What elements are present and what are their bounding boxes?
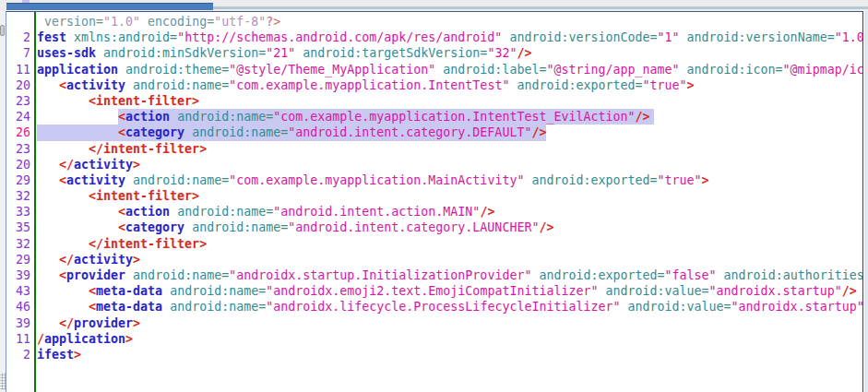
code-row: </activity> — [36, 252, 862, 267]
tag-name: action — [125, 205, 170, 219]
code-line-text: uses-sdk android:minSdkVersion="21" andr… — [37, 46, 531, 60]
attribute-value: "com.example.myapplication.IntentTest" — [229, 78, 509, 92]
tag-name: uses-sdk — [37, 46, 96, 60]
code-line-text: application android:theme="@style/Theme_… — [37, 63, 862, 77]
code-row: <meta-data android:name="androidx.emoji2… — [36, 283, 862, 299]
attribute-name: android:targetSdkVersion= — [303, 46, 487, 60]
code-row: version="1.0" encoding="utf-8"?> — [36, 14, 862, 30]
attribute-value: "true" — [658, 173, 702, 187]
tag-bracket: /> — [517, 46, 531, 60]
code-line-text: <action android:name="com.example.myappl… — [37, 110, 650, 124]
code-text — [37, 284, 89, 298]
code-row: <provider android:name="androidx.startup… — [36, 267, 862, 283]
tag-bracket: < — [118, 220, 125, 234]
code-text — [170, 205, 177, 219]
pi-value: "1.0" — [103, 15, 140, 29]
tag-name: meta-data — [96, 300, 162, 314]
horizontal-scrollbar[interactable] — [0, 0, 868, 11]
code-row: <action android:name="android.intent.act… — [36, 204, 862, 220]
code-text — [37, 15, 44, 29]
tag-name: action — [125, 110, 170, 124]
attribute-name: android:name= — [177, 205, 273, 219]
line-number: 29 — [6, 252, 34, 267]
code-row: /application> — [36, 331, 862, 347]
line-number: 24 — [6, 109, 34, 125]
horizontal-scrollbar-thumb[interactable] — [6, 3, 213, 10]
tag-name: fest — [37, 30, 66, 44]
line-number: 29 — [6, 172, 34, 188]
tag-bracket: > — [125, 332, 133, 346]
code-text — [37, 316, 59, 330]
line-number — [6, 14, 34, 30]
attribute-value: "androidx.emoji2.text.EmojiCompatInitial… — [266, 284, 598, 298]
code-text — [37, 173, 59, 187]
attribute-value: "@mipmap/ic_ — [783, 63, 862, 77]
code-line-text: <meta-data android:name="androidx.emoji2… — [37, 284, 857, 298]
line-number: 26 — [6, 125, 34, 140]
code-text — [37, 94, 89, 108]
code-editor-panel[interactable]: 271120232426232029323335322939434639112 … — [6, 11, 863, 392]
code-text — [620, 300, 627, 314]
tag-bracket: / — [37, 332, 44, 346]
tag-bracket: > — [74, 348, 81, 362]
attribute-value: "com.example.myapplication.MainActivity" — [229, 173, 524, 187]
code-text — [125, 78, 133, 92]
pi-name: encoding= — [140, 15, 214, 29]
code-text — [717, 268, 724, 282]
attribute-name: android:versionCode= — [509, 30, 657, 44]
attribute-name: android:label= — [443, 63, 546, 77]
attribute-value: "1" — [658, 30, 680, 44]
code-text — [170, 110, 177, 124]
code-row: <activity android:name="com.example.myap… — [36, 172, 862, 188]
tag-name: category — [125, 220, 184, 234]
line-number: 32 — [6, 236, 34, 252]
tag-name: activity — [74, 158, 133, 172]
vertical-scrollbar-thumb[interactable] — [0, 25, 5, 36]
line-number: 20 — [6, 157, 34, 172]
line-number: 2 — [6, 347, 34, 362]
code-row: <intent-filter> — [36, 188, 862, 204]
attribute-value: "android.intent.action.MAIN" — [273, 205, 480, 219]
attribute-name: android:name= — [192, 125, 288, 139]
code-text — [96, 46, 103, 60]
code-text — [37, 220, 118, 234]
tag-bracket: </intent-filter> — [89, 142, 207, 156]
line-number: 32 — [6, 188, 34, 204]
code-text — [37, 300, 89, 314]
code-text — [37, 142, 89, 156]
attribute-value: "32" — [487, 46, 517, 60]
tag-bracket: /> — [842, 284, 857, 298]
line-number: 35 — [6, 220, 34, 235]
code-row: <activity android:name="com.example.myap… — [36, 77, 862, 93]
code-line-text: </provider> — [37, 316, 140, 330]
tag-bracket: > — [687, 78, 695, 92]
attribute-name: android:value= — [605, 284, 708, 298]
tag-bracket: /> — [480, 205, 494, 219]
code-row: uses-sdk android:minSdkVersion="21" andr… — [36, 45, 862, 61]
tag-bracket: < — [118, 125, 125, 139]
tag-bracket: /> — [635, 110, 649, 124]
tag-bracket: < — [118, 110, 125, 124]
code-text — [37, 189, 89, 203]
attribute-name: android:exported= — [539, 268, 664, 282]
tag-name: application — [37, 63, 118, 77]
code-text — [37, 158, 59, 172]
pi-value: "utf-8" — [214, 15, 266, 29]
line-number: 11 — [6, 62, 34, 77]
code-text — [66, 30, 74, 44]
attribute-name: android:name= — [170, 284, 266, 298]
code-area[interactable]: version="1.0" encoding="utf-8"?>fest xml… — [36, 12, 862, 392]
line-number: 39 — [6, 315, 34, 331]
line-number: 7 — [6, 45, 34, 61]
tag-name: provider — [66, 268, 125, 282]
code-text — [680, 30, 687, 44]
tag-bracket: < — [89, 284, 96, 298]
attribute-value: "androidx.startup" — [731, 300, 862, 314]
code-line-text: version="1.0" encoding="utf-8"?> — [37, 15, 280, 29]
tag-bracket: </ — [59, 253, 74, 267]
code-text — [184, 125, 192, 139]
horizontal-scrollbar-track[interactable] — [210, 6, 868, 9]
attribute-value: "@string/app_name" — [546, 63, 679, 77]
tag-bracket: < — [89, 300, 96, 314]
attribute-name: android:name= — [192, 220, 288, 234]
